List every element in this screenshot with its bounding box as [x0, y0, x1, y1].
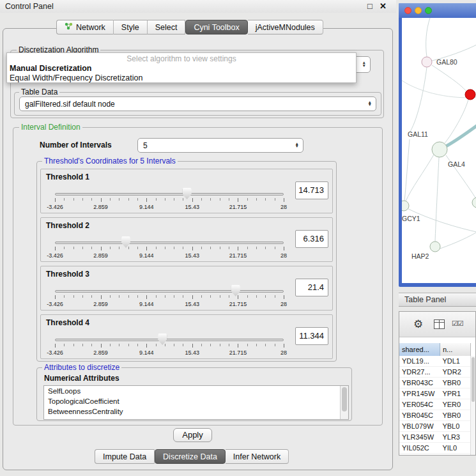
table-scrollbar-thumb[interactable] — [472, 357, 475, 402]
tab-discretize-data[interactable]: Discretize Data — [155, 449, 226, 464]
columns-icon[interactable] — [434, 319, 445, 331]
table-row[interactable]: YBR043CYBR0 — [399, 378, 470, 388]
close-traffic-light-icon[interactable] — [404, 7, 411, 14]
scale-label: 28 — [280, 204, 287, 210]
threshold-value-field[interactable]: 6.316 — [295, 230, 328, 248]
table-row[interactable]: YBL079WYBL0 — [399, 421, 470, 432]
threshold-value-field[interactable]: 11.344 — [295, 327, 328, 345]
scale-label: -3.426 — [47, 252, 63, 259]
slider-track[interactable] — [55, 193, 284, 196]
network-view-window[interactable]: GAL80GAL11GAL4GCY1HAP2 — [399, 3, 476, 287]
network-node[interactable] — [472, 197, 476, 208]
table-cell: YPR1 — [440, 388, 470, 399]
list-item[interactable]: SelfLoops — [44, 386, 348, 396]
table-data-combo-value: galFiltered.sif default node — [25, 100, 115, 109]
window-title: Control Panel — [5, 2, 54, 11]
scale-label: 9.144 — [139, 349, 154, 356]
table-panel-body: ⚙ ☑☑ shared... n... YDL19...YDL1YDR27...… — [399, 311, 476, 456]
scale-label: 21.715 — [229, 252, 247, 259]
network-node[interactable] — [430, 242, 440, 252]
stepper-icon: ▲ ▼ — [368, 101, 372, 107]
slider-track[interactable] — [55, 242, 284, 244]
table-cell: YIL0 — [440, 443, 470, 453]
network-canvas-svg[interactable]: GAL80GAL11GAL4GCY1HAP2 — [402, 18, 476, 283]
network-node-label: GAL4 — [448, 160, 465, 168]
stepper-down-icon: ▼ — [295, 146, 299, 149]
list-item[interactable]: TopologicalCoefficient — [44, 396, 348, 406]
stepper-down-icon: ▼ — [368, 104, 372, 107]
threshold-panels: Threshold 1-3.4262.8599.14415.4321.71528… — [40, 169, 333, 363]
slider-scale: -3.4262.8599.14415.4321.71528 — [55, 204, 284, 211]
threshold-value-field[interactable]: 21.4 — [295, 279, 328, 296]
table-row[interactable]: YLR345WYLR3 — [399, 432, 470, 443]
list-scrollbar-thumb[interactable] — [342, 387, 347, 411]
tab-network[interactable]: Network — [56, 20, 114, 35]
table-cell: YDR27... — [399, 367, 440, 377]
network-edge — [440, 231, 476, 249]
threshold-panel-4: Threshold 4-3.4262.8599.14415.4321.71528… — [40, 314, 333, 359]
popup-option-manual[interactable]: Manual Discretization — [7, 64, 356, 73]
scale-label: 21.715 — [229, 349, 247, 356]
network-node[interactable] — [465, 89, 475, 100]
list-scrollbar[interactable] — [340, 386, 348, 419]
table-scrollbar[interactable] — [470, 356, 475, 455]
minimize-icon[interactable]: □ — [367, 1, 372, 11]
close-icon[interactable]: ✕ — [380, 1, 387, 11]
scale-label: 2.859 — [93, 349, 108, 356]
network-node[interactable] — [422, 57, 432, 67]
tab-cyni-toolbox[interactable]: Cyni Toolbox — [185, 20, 247, 35]
slider-track[interactable] — [55, 339, 284, 341]
table-row[interactable]: YER054CYER0 — [399, 399, 470, 410]
tab-impute-data[interactable]: Impute Data — [95, 449, 155, 464]
numerical-attributes-list[interactable]: SelfLoopsTopologicalCoefficientBetweenne… — [43, 385, 349, 420]
slider-scale: -3.4262.8599.14415.4321.71528 — [55, 252, 284, 259]
tab-jactivemnodules[interactable]: jActiveMNodules — [248, 20, 323, 35]
column-header-shared-name[interactable]: shared... — [399, 343, 440, 356]
threshold-slider[interactable]: -3.4262.8599.14415.4321.71528 — [55, 333, 284, 358]
table-cell: YBR0 — [440, 378, 470, 388]
tab-label: Cyni Toolbox — [194, 23, 239, 32]
minimize-traffic-light-icon[interactable] — [415, 7, 422, 14]
apply-button[interactable]: Apply — [173, 428, 212, 442]
scale-label: 9.144 — [139, 252, 154, 259]
table-row[interactable]: YIL052CYIL0 — [399, 443, 470, 454]
table-row[interactable]: YBR045CYBR0 — [399, 410, 470, 421]
stepper-icon: ▲ ▼ — [362, 61, 366, 67]
table-row[interactable]: YPR145WYPR1 — [399, 388, 470, 399]
scale-label: 28 — [280, 252, 287, 259]
scale-label: -3.426 — [47, 301, 63, 307]
gear-icon[interactable]: ⚙ — [413, 318, 423, 331]
tab-select[interactable]: Select — [148, 20, 186, 35]
threshold-slider[interactable]: -3.4262.8599.14415.4321.71528 — [55, 187, 284, 213]
network-edge — [410, 67, 427, 132]
network-node-label: GAL11 — [408, 130, 428, 138]
zoom-traffic-light-icon[interactable] — [425, 7, 432, 14]
threshold-value-field[interactable]: 14.713 — [295, 181, 328, 199]
column-header-name[interactable]: n... — [440, 343, 471, 356]
num-intervals-combo[interactable]: 5 ▲ ▼ — [137, 138, 303, 153]
table-row[interactable]: YDR27...YDR2 — [399, 367, 470, 378]
checkboxes-icon[interactable]: ☑☑ — [452, 319, 463, 328]
tab-label: Discretize Data — [163, 452, 217, 461]
table-row[interactable]: YDL19...YDL1 — [399, 356, 470, 367]
scale-label: 15.43 — [185, 349, 200, 356]
tab-infer-network[interactable]: Infer Network — [226, 449, 289, 464]
table-cell: YER0 — [440, 399, 470, 410]
threshold-slider[interactable]: -3.4262.8599.14415.4321.71528 — [55, 284, 284, 310]
network-canvas[interactable]: GAL80GAL11GAL4GCY1HAP2 — [402, 18, 476, 283]
top-tab-bar: NetworkStyleSelectCyni ToolboxjActiveMNo… — [56, 20, 323, 35]
network-node[interactable] — [432, 142, 447, 157]
network-node[interactable] — [402, 201, 409, 211]
tab-style[interactable]: Style — [114, 20, 148, 35]
scale-label: 21.715 — [229, 301, 247, 307]
attributes-group-title: Attributes to discretize — [42, 363, 121, 372]
list-item[interactable]: BetweennessCentrality — [44, 406, 348, 417]
table-data-combo[interactable]: galFiltered.sif default node ▲ ▼ — [19, 96, 376, 111]
threshold-slider[interactable]: -3.4262.8599.14415.4321.71528 — [55, 236, 284, 261]
threshold-panel-1: Threshold 1-3.4262.8599.14415.4321.71528… — [40, 169, 333, 213]
table-cell: YPR145W — [399, 388, 440, 399]
scale-label: 21.715 — [229, 204, 247, 210]
numerical-attributes-label: Numerical Attributes — [44, 374, 119, 383]
popup-option-equal-width[interactable]: Equal Width/Frequency Discretization — [7, 73, 356, 83]
slider-track[interactable] — [55, 290, 284, 293]
